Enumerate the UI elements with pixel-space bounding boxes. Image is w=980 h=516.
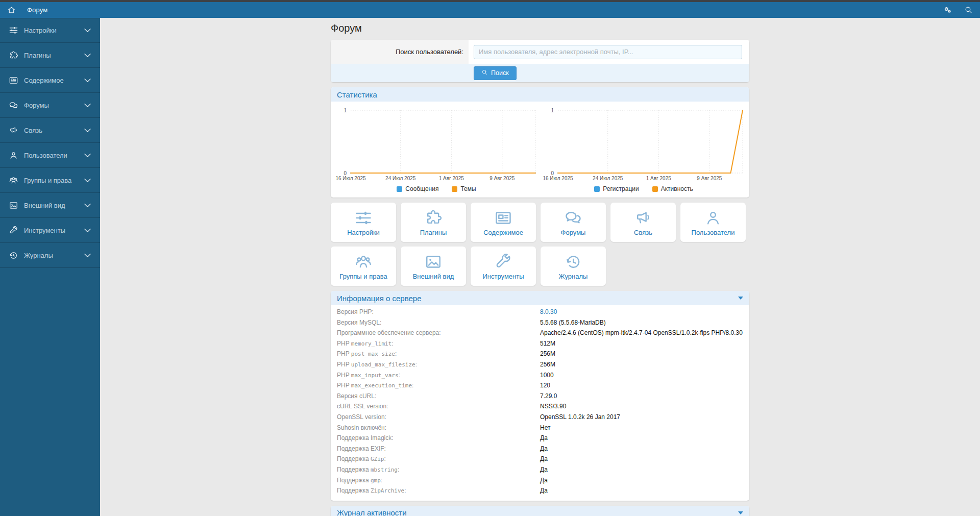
- server-info-label: PHP max_execution_time:: [337, 382, 540, 389]
- users-icon: [354, 253, 373, 271]
- statistics-title: Статистика: [337, 90, 377, 99]
- legend-swatch: [452, 186, 457, 192]
- tile-tools[interactable]: Инструменты: [471, 247, 536, 286]
- tile-users[interactable]: Пользователи: [680, 203, 746, 242]
- sidebar-item-tools[interactable]: Инструменты: [0, 218, 100, 243]
- tile-communication[interactable]: Связь: [610, 203, 676, 242]
- chart-canvas: 1016 Июл 202524 Июл 20251 Авг 20259 Авг …: [335, 107, 537, 184]
- svg-text:24 Июл 2025: 24 Июл 2025: [593, 176, 623, 181]
- sidebar-item-label: Плагины: [24, 52, 83, 59]
- sidebar-item-communication[interactable]: Связь: [0, 118, 100, 143]
- sidebar-item-label: Форумы: [24, 102, 83, 109]
- chevron-down-icon: [83, 151, 92, 160]
- server-info-row: Поддержка GZip:Да: [331, 455, 749, 466]
- server-info-row: Версия cURL:7.29.0: [331, 392, 749, 403]
- chart-canvas: 1016 Июл 202524 Июл 20251 Авг 20259 Авг …: [543, 107, 745, 184]
- server-info-row: Поддержка gmp:Да: [331, 477, 749, 487]
- user-icon: [9, 151, 18, 160]
- server-info-row: PHP max_input_vars:1000: [331, 372, 749, 382]
- puzzle-icon: [9, 51, 18, 60]
- sidebar-item-appearance[interactable]: Внешний вид: [0, 193, 100, 218]
- server-info-row: PHP memory_limit:512M: [331, 340, 749, 351]
- caret-down-icon[interactable]: [738, 297, 743, 300]
- server-info-value: Да: [540, 455, 548, 462]
- sidebar-item-logs[interactable]: Журналы: [0, 243, 100, 268]
- server-info-value: 7.29.0: [540, 392, 557, 400]
- svg-text:1: 1: [344, 108, 347, 113]
- tile-label: Внешний вид: [413, 273, 454, 280]
- tile-plugins[interactable]: Плагины: [401, 203, 466, 242]
- server-info-value: 120: [540, 382, 550, 389]
- sidebar-item-label: Пользователи: [24, 152, 83, 159]
- server-info-value: Да: [540, 434, 548, 441]
- legend-item: Сообщения: [397, 185, 438, 192]
- tile-content[interactable]: Содержимое: [471, 203, 536, 242]
- chevron-down-icon: [83, 126, 92, 135]
- legend-swatch: [594, 186, 600, 192]
- caret-down-icon[interactable]: [738, 511, 743, 514]
- home-icon[interactable]: [7, 6, 16, 14]
- search-users-input[interactable]: [474, 45, 742, 59]
- chart-messages-topics: 1016 Июл 202524 Июл 20251 Авг 20259 Авг …: [333, 107, 540, 195]
- sidebar-item-plugins[interactable]: Плагины: [0, 43, 100, 68]
- server-info-label: PHP max_input_vars:: [337, 372, 540, 379]
- sidebar-item-groups[interactable]: Группы и права: [0, 168, 100, 193]
- server-info-row: OpenSSL version:OpenSSL 1.0.2k 26 Jan 20…: [331, 413, 749, 424]
- server-info-row: Версия MySQL:5.5.68 (5.5.68-MariaDB): [331, 319, 749, 330]
- sidebar-item-content[interactable]: Содержимое: [0, 68, 100, 93]
- svg-text:16 Июл 2025: 16 Июл 2025: [335, 176, 366, 181]
- gears-icon[interactable]: [943, 6, 952, 14]
- puzzle-icon: [424, 209, 443, 227]
- page-title: Форум: [331, 22, 749, 34]
- image-icon: [424, 253, 443, 271]
- server-info-block: Информация о сервере Версия PHP:8.0.30Ве…: [331, 291, 749, 501]
- activity-log-title: Журнал активности: [337, 508, 407, 516]
- server-info-label: Поддержка Imagick:: [337, 434, 540, 441]
- server-info-row: PHP max_execution_time:120: [331, 382, 749, 392]
- sliders-icon: [9, 26, 18, 35]
- tile-logs[interactable]: Журналы: [541, 247, 606, 286]
- chevron-down-icon: [83, 51, 92, 60]
- server-info-label: Программное обеспечение сервера:: [337, 329, 540, 336]
- svg-text:9 Авг 2025: 9 Авг 2025: [489, 176, 514, 181]
- legend-label: Темы: [460, 185, 476, 192]
- user-search-block: Поиск пользователей: Поиск: [331, 40, 749, 82]
- legend-label: Сообщения: [405, 185, 438, 192]
- chevron-down-icon: [83, 251, 92, 260]
- server-info-value: Да: [540, 466, 548, 473]
- history-icon: [9, 251, 18, 260]
- legend-item: Регистрации: [594, 185, 639, 192]
- sidebar-item-settings[interactable]: Настройки: [0, 18, 100, 43]
- megaphone-icon: [9, 126, 18, 135]
- server-info-row: cURL SSL version:NSS/3.90: [331, 403, 749, 413]
- server-info-row: Программное обеспечение сервера:Apache/2…: [331, 329, 749, 340]
- server-info-label: Поддержка gmp:: [337, 477, 540, 484]
- tile-appearance[interactable]: Внешний вид: [401, 247, 466, 286]
- sidebar-item-forums[interactable]: Форумы: [0, 93, 100, 118]
- chevron-down-icon: [83, 176, 92, 185]
- tile-label: Связь: [634, 229, 652, 236]
- tile-groups[interactable]: Группы и права: [331, 247, 396, 286]
- svg-text:16 Июл 2025: 16 Июл 2025: [543, 176, 573, 181]
- search-button[interactable]: Поиск: [474, 66, 517, 80]
- search-icon[interactable]: [964, 6, 973, 14]
- svg-text:1: 1: [551, 108, 554, 113]
- server-info-label: Поддержка ZipArchive:: [337, 487, 540, 494]
- legend-item: Темы: [452, 185, 476, 192]
- sidebar-item-label: Внешний вид: [24, 202, 83, 209]
- server-info-label: Версия PHP:: [337, 308, 540, 315]
- svg-text:1 Авг 2025: 1 Авг 2025: [439, 176, 464, 181]
- server-info-value-link[interactable]: 8.0.30: [540, 308, 557, 315]
- chevron-down-icon: [83, 201, 92, 210]
- server-info-value: 5.5.68 (5.5.68-MariaDB): [540, 319, 606, 326]
- server-info-value: 256M: [540, 361, 555, 368]
- chevron-down-icon: [83, 226, 92, 235]
- legend-swatch: [652, 186, 658, 192]
- search-users-label: Поиск пользователей:: [331, 40, 469, 64]
- tile-settings[interactable]: Настройки: [331, 203, 396, 242]
- sidebar: НастройкиПлагиныСодержимоеФорумыСвязьПол…: [0, 18, 100, 516]
- wrench-icon: [9, 226, 18, 235]
- sidebar-item-label: Журналы: [24, 252, 83, 259]
- tile-forums[interactable]: Форумы: [541, 203, 606, 242]
- sidebar-item-users[interactable]: Пользователи: [0, 143, 100, 168]
